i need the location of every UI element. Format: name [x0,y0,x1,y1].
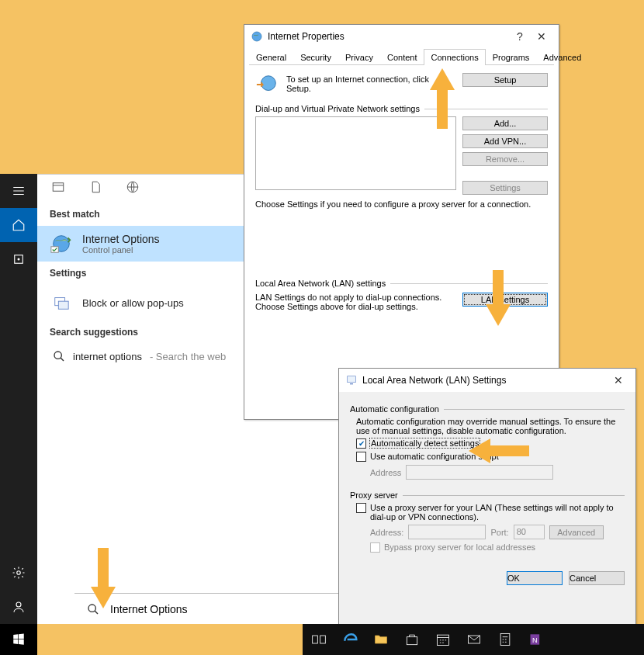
globe-icon [251,30,263,43]
dialog-title: Local Area Network (LAN) Settings [362,375,608,386]
suggestion-suffix: - Search the web [150,351,226,362]
start-button[interactable] [0,624,37,655]
svg-rect-16 [313,636,318,643]
svg-rect-9 [58,301,68,309]
annotation-arrow-lan [483,270,514,332]
auto-config-label: Automatic configuration [350,404,439,414]
lan-label: Local Area Network (LAN) settings [255,279,386,288]
store-icon[interactable] [403,631,421,648]
windows-logo-icon [12,632,26,646]
proxy-port-input: 80 [514,525,545,539]
task-view-icon[interactable] [310,631,327,648]
rail-menu-icon[interactable] [0,174,37,208]
calendar-icon[interactable] [435,631,452,648]
tab-privacy[interactable]: Privacy [338,49,380,65]
settings-button: Settings [462,181,548,195]
onenote-icon[interactable]: N [528,631,545,648]
edge-icon[interactable] [341,631,358,648]
proxy-label: Proxy server [350,490,398,500]
tab-general[interactable]: General [249,49,293,65]
checkbox-icon [370,542,380,553]
script-address-input [406,465,553,480]
calculator-icon[interactable] [497,631,514,648]
internet-options-icon [50,232,73,255]
proxy-port-label: Port: [490,528,508,537]
dialog-titlebar: Internet Properties ? ✕ [244,25,559,48]
search-icon [53,350,65,362]
tab-advanced[interactable]: Advanced [536,49,588,65]
rail-settings-icon[interactable] [0,556,37,590]
help-button[interactable]: ? [509,30,531,43]
dialup-label: Dial-up and Virtual Private Network sett… [255,104,420,113]
annotation-arrow-autodetect [462,435,529,466]
svg-point-2 [17,571,21,575]
close-button[interactable]: ✕ [608,374,629,386]
result-subtitle: Control panel [82,245,160,255]
rail-user-icon[interactable] [0,590,37,624]
search-input[interactable] [109,602,310,616]
mail-icon[interactable] [466,631,483,648]
svg-rect-17 [320,636,326,643]
lan-icon [345,374,358,386]
use-proxy-label: Use a proxy server for your LAN (These s… [370,503,625,522]
remove-button: Remove... [462,152,548,166]
start-rail [0,174,37,624]
svg-point-12 [252,32,261,41]
choose-settings-text: Choose Settings if you need to configure… [255,199,548,209]
svg-point-3 [16,602,21,607]
tab-security[interactable]: Security [293,49,338,65]
address-label: Address [370,468,401,477]
setup-button[interactable]: Setup [462,73,548,87]
popup-icon [50,291,73,314]
filter-doc-icon[interactable] [88,180,102,197]
taskbar: N [303,624,644,655]
tab-strip: General Security Privacy Content Connect… [249,48,554,65]
svg-point-1 [18,258,20,261]
lan-text: LAN Settings do not apply to dial-up con… [255,293,456,311]
filter-cards-icon[interactable] [51,180,65,197]
connection-wizard-icon [255,73,279,96]
rail-apps-icon[interactable] [0,242,37,276]
settings-item-label: Block or allow pop-ups [82,297,184,309]
annotation-arrow-search [88,548,119,615]
suggestion-text: internet options [73,351,142,362]
cancel-button[interactable]: Cancel [569,571,625,585]
dialog-titlebar: Local Area Network (LAN) Settings ✕ [339,369,635,392]
bypass-checkbox: Bypass proxy server for local addresses [370,542,625,553]
auto-config-text: Automatic configuration may override man… [356,417,625,435]
checkbox-icon [356,452,366,462]
dialog-title: Internet Properties [268,31,509,42]
svg-text:N: N [532,636,538,644]
svg-point-13 [261,76,276,91]
svg-rect-4 [53,183,64,192]
close-button[interactable]: ✕ [531,30,552,43]
use-proxy-checkbox[interactable]: Use a proxy server for your LAN (These s… [356,503,625,522]
internet-properties-dialog: Internet Properties ? ✕ General Security… [244,24,559,420]
advanced-button: Advanced [549,525,604,539]
lan-settings-dialog: Local Area Network (LAN) Settings ✕ Auto… [338,368,636,630]
tab-content[interactable]: Content [380,49,424,65]
proxy-address-label: Address: [370,528,403,537]
result-title: Internet Options [82,233,160,245]
rail-home-icon[interactable] [0,208,37,242]
checkbox-icon [356,503,366,513]
file-explorer-icon[interactable] [372,631,390,648]
ok-button[interactable]: OK [507,571,563,585]
checkbox-checked-icon: ✔ [356,438,366,449]
svg-rect-14 [348,376,356,383]
tab-programs[interactable]: Programs [486,49,537,65]
add-button[interactable]: Add... [462,116,548,130]
svg-rect-15 [350,383,353,384]
add-vpn-button[interactable]: Add VPN... [462,134,548,148]
proxy-address-input [408,525,486,539]
bypass-label: Bypass proxy server for local addresses [384,542,535,552]
annotation-arrow-tab [427,62,458,129]
svg-rect-18 [407,637,417,645]
filter-web-icon[interactable] [126,180,140,197]
svg-point-10 [54,352,61,359]
